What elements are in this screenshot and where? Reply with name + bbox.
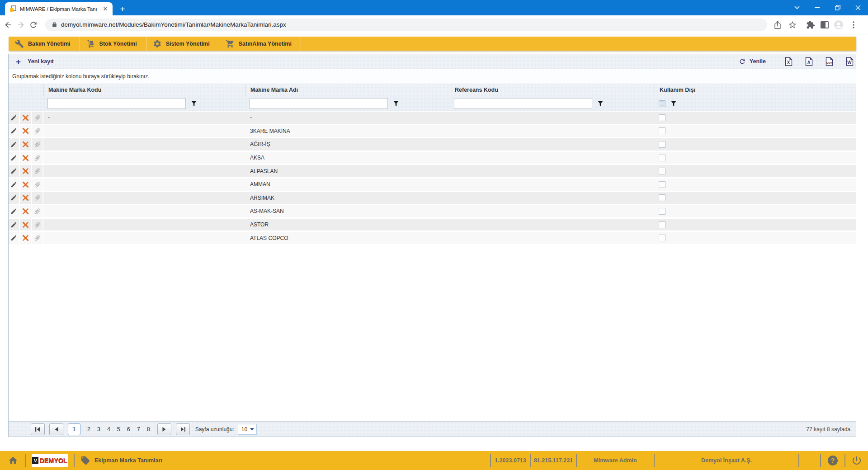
- new-record-button[interactable]: + Yeni kayıt: [16, 57, 54, 66]
- pager-page-8[interactable]: 8: [147, 426, 150, 432]
- delete-row-button[interactable]: [20, 219, 32, 232]
- delete-row-button[interactable]: [20, 112, 32, 125]
- filter-adi-input[interactable]: [250, 98, 388, 109]
- edit-row-button[interactable]: [9, 112, 20, 125]
- browser-menu-icon[interactable]: [849, 20, 859, 30]
- logout-button[interactable]: [845, 451, 868, 470]
- menu-satinalma-yonetimi[interactable]: SatınAlma Yönetimi: [219, 37, 301, 51]
- filter-kullanim-funnel-icon[interactable]: [670, 100, 677, 107]
- forward-button[interactable]: [16, 20, 25, 29]
- delete-row-button[interactable]: [20, 232, 32, 245]
- edit-row-button[interactable]: [9, 232, 20, 245]
- edit-row-button[interactable]: [9, 205, 20, 219]
- browser-tab[interactable]: MIMWARE / Ekipman Marka Tanı ✕: [5, 2, 113, 15]
- row-checkbox[interactable]: [659, 114, 665, 121]
- export-excel-icon[interactable]: X: [785, 57, 793, 66]
- address-bar[interactable]: demyol.mimware.net/Modules/BakimYonetimi…: [45, 19, 767, 31]
- attach-row-button[interactable]: [32, 165, 43, 179]
- back-button[interactable]: [4, 20, 13, 29]
- group-panel[interactable]: Gruplamak istediğiniz kolonu buraya sürü…: [9, 69, 856, 84]
- attach-row-button[interactable]: [32, 192, 43, 206]
- company-name[interactable]: Demyol İnşaat A.Ş.: [655, 451, 798, 470]
- header-makine-marka-kodu[interactable]: Makine Marka Kodu: [43, 84, 245, 96]
- attach-row-button[interactable]: [32, 112, 43, 125]
- close-button[interactable]: [848, 0, 868, 15]
- tab-close-icon[interactable]: ✕: [102, 5, 109, 13]
- menu-bakim-yonetimi[interactable]: Bakım Yönetimi: [9, 37, 80, 51]
- row-checkbox[interactable]: [659, 127, 665, 134]
- row-checkbox[interactable]: [659, 181, 665, 188]
- filter-kullanim-checkbox[interactable]: [659, 100, 665, 107]
- share-icon[interactable]: [773, 20, 783, 30]
- delete-row-button[interactable]: [20, 125, 32, 139]
- edit-row-button[interactable]: [9, 152, 20, 165]
- delete-row-button[interactable]: [20, 179, 32, 192]
- refresh-icon[interactable]: [739, 58, 746, 65]
- pager-prev-button[interactable]: [49, 423, 63, 435]
- pager-page-3[interactable]: 3: [97, 426, 100, 432]
- attach-row-button[interactable]: [32, 232, 43, 245]
- side-panel-icon[interactable]: [820, 20, 830, 30]
- filter-ref-funnel-icon[interactable]: [597, 100, 604, 107]
- filter-ref-input[interactable]: [454, 98, 592, 109]
- pager-page-4[interactable]: 4: [107, 426, 110, 432]
- attach-row-button[interactable]: [32, 219, 43, 232]
- attach-row-button[interactable]: [32, 179, 43, 192]
- pager-page-7[interactable]: 7: [137, 426, 140, 432]
- pager-page-5[interactable]: 5: [117, 426, 120, 432]
- extensions-icon[interactable]: [806, 20, 816, 30]
- edit-row-button[interactable]: [9, 192, 20, 206]
- menu-stok-yonetimi[interactable]: Stok Yönetimi: [80, 37, 146, 51]
- delete-row-button[interactable]: [20, 138, 32, 152]
- delete-row-button[interactable]: [20, 205, 32, 219]
- tab-search-icon[interactable]: [787, 0, 807, 15]
- export-word-icon[interactable]: W: [846, 57, 854, 66]
- filter-adi-funnel-icon[interactable]: [393, 100, 399, 107]
- row-checkbox[interactable]: [659, 208, 665, 215]
- row-checkbox[interactable]: [659, 221, 665, 228]
- profile-avatar[interactable]: [834, 20, 844, 30]
- filter-kodu-input[interactable]: [47, 98, 186, 109]
- attach-row-button[interactable]: [32, 125, 43, 139]
- reload-button[interactable]: [29, 20, 38, 29]
- pager-first-button[interactable]: [31, 423, 45, 435]
- pager-page-2[interactable]: 2: [87, 426, 90, 432]
- delete-row-button[interactable]: [20, 165, 32, 179]
- edit-row-button[interactable]: [9, 125, 20, 139]
- menu-sistem-yonetimi[interactable]: Sistem Yönetimi: [146, 37, 219, 51]
- row-checkbox[interactable]: [659, 141, 665, 148]
- header-kullanim-disi[interactable]: Kullanım Dışı: [655, 84, 856, 96]
- edit-row-button[interactable]: [9, 138, 20, 152]
- attach-row-button[interactable]: [32, 152, 43, 165]
- row-checkbox[interactable]: [659, 194, 665, 201]
- filter-kodu-funnel-icon[interactable]: [191, 100, 197, 107]
- row-checkbox[interactable]: [659, 155, 665, 161]
- row-checkbox[interactable]: [659, 168, 665, 174]
- edit-row-button[interactable]: [9, 219, 20, 232]
- attach-row-button[interactable]: [32, 138, 43, 152]
- delete-row-button[interactable]: [20, 152, 32, 165]
- delete-row-button[interactable]: [20, 192, 32, 206]
- edit-row-button[interactable]: [9, 165, 20, 179]
- attach-row-button[interactable]: [32, 205, 43, 219]
- help-button[interactable]: ?: [821, 451, 844, 470]
- demyol-logo[interactable]: V DEMYOL: [32, 454, 68, 467]
- export-csv-icon[interactable]: CSV: [826, 57, 833, 66]
- pager-page-6[interactable]: 6: [127, 426, 130, 432]
- pager-next-button[interactable]: [157, 423, 171, 435]
- current-user[interactable]: Mimware Admin: [577, 451, 654, 470]
- restore-button[interactable]: [827, 0, 848, 15]
- home-icon[interactable]: [8, 456, 19, 465]
- new-tab-button[interactable]: +: [117, 3, 128, 15]
- row-checkbox[interactable]: [659, 235, 665, 241]
- header-makine-marka-adi[interactable]: Makine Marka Adı: [245, 84, 450, 96]
- pager-last-button[interactable]: [176, 423, 190, 435]
- minimize-button[interactable]: [807, 0, 827, 15]
- refresh-label[interactable]: Yenile: [750, 58, 766, 65]
- edit-row-button[interactable]: [9, 179, 20, 192]
- export-pdf-icon[interactable]: A: [805, 57, 813, 66]
- bookmark-star-icon[interactable]: [788, 20, 797, 30]
- page-size-select[interactable]: 10: [238, 424, 257, 435]
- pager-page-current[interactable]: 1: [68, 423, 80, 435]
- header-refereans-kodu[interactable]: Refereans Kodu: [450, 84, 655, 96]
